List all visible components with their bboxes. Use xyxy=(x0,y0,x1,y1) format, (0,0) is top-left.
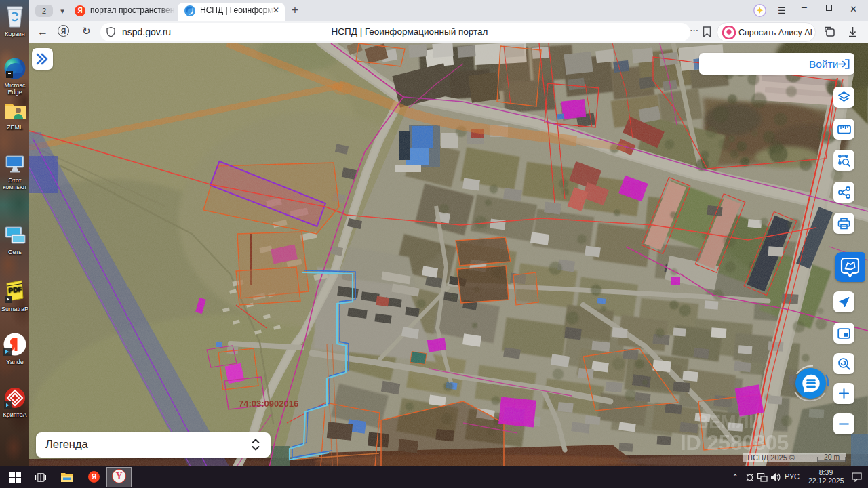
svg-text:НСПД 2025 ©: НСПД 2025 © xyxy=(747,453,795,462)
svg-text:PDF: PDF xyxy=(8,285,22,294)
svg-text:20 m: 20 m xyxy=(824,453,840,461)
